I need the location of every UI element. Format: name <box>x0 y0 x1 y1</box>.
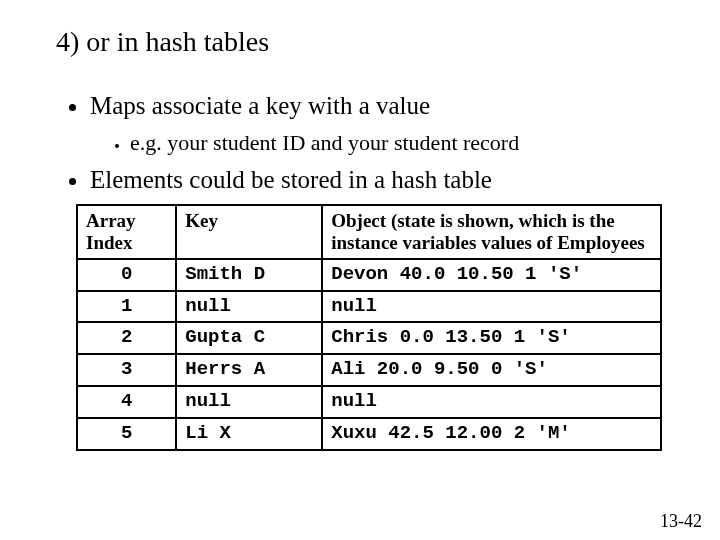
bullet-1a: e.g. your student ID and your student re… <box>130 130 682 156</box>
table-row: 2 Gupta C Chris 0.0 13.50 1 'S' <box>77 322 661 354</box>
slide-title: 4) or in hash tables <box>56 26 682 58</box>
table-body: 0 Smith D Devon 40.0 10.50 1 'S' 1 null … <box>77 259 661 450</box>
table-row: 0 Smith D Devon 40.0 10.50 1 'S' <box>77 259 661 291</box>
slide: 4) or in hash tables Maps associate a ke… <box>0 0 720 451</box>
cell-object: null <box>322 386 661 418</box>
cell-object: Devon 40.0 10.50 1 'S' <box>322 259 661 291</box>
cell-index: 2 <box>77 322 176 354</box>
bullet-1-text: Maps associate a key with a value <box>90 92 430 119</box>
bullet-list: Maps associate a key with a value e.g. y… <box>56 92 682 194</box>
table-head: Array Index Key Object (state is shown, … <box>77 205 661 259</box>
cell-object: null <box>322 291 661 323</box>
cell-key: Gupta C <box>176 322 322 354</box>
header-index: Array Index <box>77 205 176 259</box>
slide-number: 13-42 <box>660 511 702 532</box>
bullet-1: Maps associate a key with a value e.g. y… <box>90 92 682 156</box>
table-row: 1 null null <box>77 291 661 323</box>
cell-object: Chris 0.0 13.50 1 'S' <box>322 322 661 354</box>
header-key: Key <box>176 205 322 259</box>
cell-key: Herrs A <box>176 354 322 386</box>
bullet-2: Elements could be stored in a hash table <box>90 166 682 194</box>
cell-index: 3 <box>77 354 176 386</box>
hash-table-wrap: Array Index Key Object (state is shown, … <box>76 204 662 451</box>
cell-key: Smith D <box>176 259 322 291</box>
table-row: 3 Herrs A Ali 20.0 9.50 0 'S' <box>77 354 661 386</box>
cell-key: null <box>176 386 322 418</box>
cell-index: 1 <box>77 291 176 323</box>
bullet-2-text: Elements could be stored in a hash table <box>90 166 492 193</box>
cell-object: Ali 20.0 9.50 0 'S' <box>322 354 661 386</box>
bullet-1-sublist: e.g. your student ID and your student re… <box>90 130 682 156</box>
cell-index: 4 <box>77 386 176 418</box>
cell-key: Li X <box>176 418 322 450</box>
cell-key: null <box>176 291 322 323</box>
cell-object: Xuxu 42.5 12.00 2 'M' <box>322 418 661 450</box>
table-row: 4 null null <box>77 386 661 418</box>
cell-index: 0 <box>77 259 176 291</box>
table-header-row: Array Index Key Object (state is shown, … <box>77 205 661 259</box>
cell-index: 5 <box>77 418 176 450</box>
table-row: 5 Li X Xuxu 42.5 12.00 2 'M' <box>77 418 661 450</box>
header-object: Object (state is shown, which is the ins… <box>322 205 661 259</box>
bullet-1a-text: e.g. your student ID and your student re… <box>130 130 519 155</box>
hash-table: Array Index Key Object (state is shown, … <box>76 204 662 451</box>
